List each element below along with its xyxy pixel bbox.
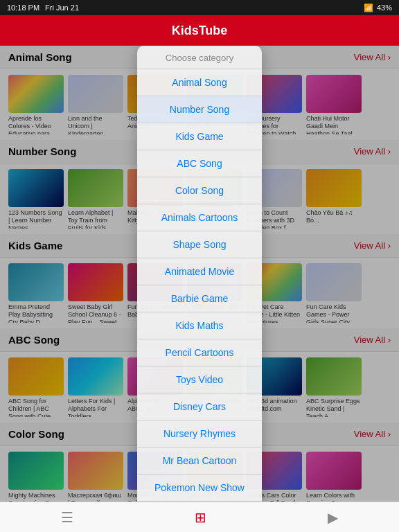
- dropdown-item-8[interactable]: Barbie Game: [137, 285, 262, 312]
- dropdown-item-3[interactable]: ABC Song: [137, 150, 262, 177]
- app-title: KidsTube: [172, 24, 228, 38]
- dropdown-item-12[interactable]: Disney Cars: [137, 393, 262, 420]
- dropdown-item-2[interactable]: Kids Game: [137, 123, 262, 150]
- dropdown-item-9[interactable]: Kids Maths: [137, 312, 262, 339]
- dropdown-item-1[interactable]: Number Song: [137, 96, 262, 123]
- dropdown-items: Animal SongNumber SongKids GameABC SongC…: [137, 69, 262, 502]
- time: 10:18 PM: [7, 3, 39, 12]
- app-header: KidsTube: [0, 15, 399, 46]
- dropdown-overlay[interactable]: Choose category Animal SongNumber SongKi…: [0, 46, 399, 502]
- tab-play-icon[interactable]: ▶: [328, 509, 338, 526]
- status-bar: 10:18 PM Fri Jun 21 📶 43%: [0, 0, 399, 15]
- dropdown-item-11[interactable]: Toys Video: [137, 366, 262, 393]
- wifi-icon: 📶: [364, 3, 373, 12]
- dropdown-item-7[interactable]: Animated Movie: [137, 258, 262, 285]
- dropdown-item-0[interactable]: Animal Song: [137, 69, 262, 96]
- tab-grid-icon[interactable]: ⊞: [195, 509, 206, 526]
- dropdown-item-6[interactable]: Shape Song: [137, 231, 262, 258]
- main-content: Animal SongView All ›Aprende los Colores…: [0, 46, 399, 502]
- dropdown-menu: Choose category Animal SongNumber SongKi…: [137, 46, 262, 502]
- dropdown-item-15[interactable]: Pokemon New Show: [137, 475, 262, 502]
- tab-bar: ☰ ⊞ ▶: [0, 502, 399, 532]
- dropdown-item-13[interactable]: Nursery Rhymes: [137, 420, 262, 447]
- dropdown-item-4[interactable]: Color Song: [137, 177, 262, 204]
- status-right: 📶 43%: [364, 3, 392, 12]
- dropdown-item-5[interactable]: Animals Cartoons: [137, 204, 262, 231]
- tab-menu-icon[interactable]: ☰: [61, 509, 73, 526]
- battery: 43%: [377, 3, 392, 12]
- date: Fri Jun 21: [45, 3, 79, 12]
- status-left: 10:18 PM Fri Jun 21: [7, 3, 79, 12]
- dropdown-item-14[interactable]: Mr Bean Cartoon: [137, 447, 262, 475]
- dropdown-header: Choose category: [137, 46, 262, 69]
- dropdown-item-10[interactable]: Pencil Cartoons: [137, 339, 262, 366]
